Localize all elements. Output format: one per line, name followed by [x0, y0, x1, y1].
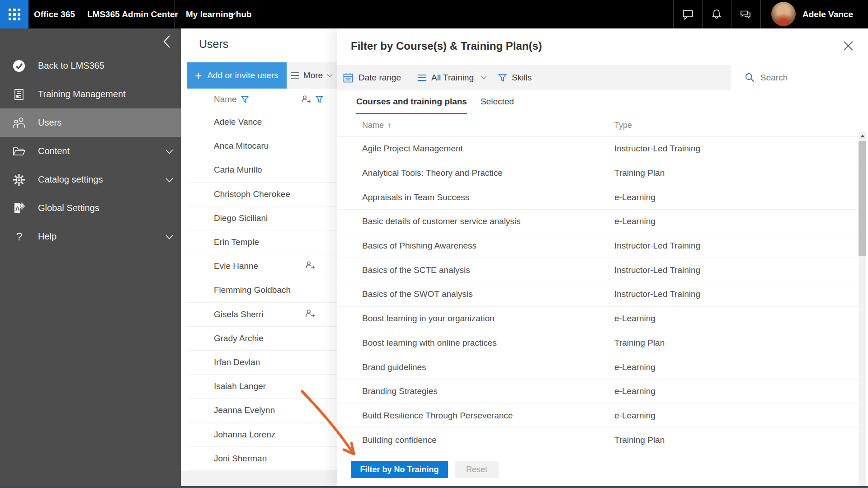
bell-icon[interactable] — [702, 0, 731, 28]
tab-selected[interactable]: Selected — [481, 90, 514, 114]
sidebar-collapse-button[interactable] — [159, 33, 174, 50]
filter-icon[interactable] — [241, 96, 249, 103]
user-name: Irfan Devlan — [214, 357, 260, 367]
name-column-header[interactable]: Name ↑ — [362, 121, 392, 130]
user-row[interactable]: Erin Temple — [187, 230, 337, 254]
scrollbar-thumb[interactable] — [859, 141, 866, 256]
app-title[interactable]: LMS365 Admin Center — [87, 0, 178, 28]
sidebar-item-label: Help — [38, 231, 57, 242]
user-name: Johanna Lorenz — [214, 430, 275, 440]
course-row[interactable]: Analytical Tools: Theory and Practice Tr… — [337, 161, 859, 186]
sidebar-item-back-to-lms365[interactable]: Back to LMS365 — [0, 52, 181, 80]
user-name: Erin Temple — [214, 237, 259, 247]
name-column-header[interactable]: Name — [214, 94, 237, 104]
user-row[interactable]: Adele Vance — [187, 110, 337, 134]
search-input[interactable] — [760, 73, 860, 83]
user-row[interactable]: Irfan Devlan — [187, 351, 337, 375]
add-or-invite-users-button[interactable]: + Add or invite users — [187, 62, 287, 89]
chevron-down-icon[interactable] — [165, 174, 173, 185]
chevron-down-icon — [327, 74, 333, 78]
sort-ascending-icon: ↑ — [387, 121, 392, 130]
course-type: Training Plan — [614, 168, 665, 178]
user-name[interactable]: Adele Vance — [802, 0, 853, 28]
course-name: Basics of the SWOT analysis — [362, 289, 473, 299]
brand-office365[interactable]: Office 365 — [34, 0, 75, 28]
sidebar-item-global-settings[interactable]: A Global Settings — [0, 194, 181, 222]
user-row[interactable]: Johanna Lorenz — [187, 422, 337, 446]
course-row[interactable]: Agile Project Management Instructor-Led … — [337, 137, 859, 161]
user-row[interactable]: Isaiah Langer — [187, 375, 337, 399]
sidebar-item-help[interactable]: ? Help — [0, 222, 181, 251]
close-button[interactable] — [842, 39, 854, 52]
chevron-down-icon[interactable] — [165, 231, 173, 242]
sidebar-item-catalog-settings[interactable]: Catalog settings — [0, 165, 181, 194]
chat-icon[interactable] — [673, 0, 702, 28]
chevron-down-icon — [481, 75, 487, 80]
skills-filter-button[interactable]: Skills — [498, 73, 532, 83]
courses-table: Name ↑ Type Agile Project Management Ins… — [337, 114, 859, 452]
app-launcher-button[interactable] — [0, 0, 28, 28]
filter-icon[interactable] — [316, 96, 323, 103]
type-column-header[interactable]: Type — [614, 121, 632, 130]
sidebar-item-label: Global Settings — [38, 203, 99, 213]
plus-icon: + — [195, 70, 202, 81]
tab-courses-and-training-plans[interactable]: Courses and training plans — [356, 90, 467, 114]
course-type: e-Learning — [614, 314, 656, 324]
chevron-down-icon[interactable] — [165, 146, 173, 156]
date-range-button[interactable]: Date range — [343, 72, 401, 83]
person-arrow-icon[interactable] — [305, 261, 315, 271]
user-avatar[interactable] — [771, 2, 796, 26]
course-name: Agile Project Management — [362, 144, 463, 154]
topbar-divider — [78, 0, 78, 28]
course-row[interactable]: Boost learning with online practices Tra… — [337, 331, 859, 356]
user-row[interactable]: Diego Siciliani — [187, 206, 337, 230]
user-name: Jeanna Evelynn — [214, 405, 275, 415]
sidebar-item-content[interactable]: Content — [0, 137, 181, 165]
vertical-scrollbar[interactable] — [859, 132, 866, 486]
course-row[interactable]: Brand guidelines e-Learning — [337, 355, 859, 380]
sidebar-item-training-management[interactable]: Training Management — [0, 80, 181, 108]
course-row[interactable]: Appraisals in Team Success e-Learning — [337, 185, 859, 210]
reset-button[interactable]: Reset — [455, 461, 499, 478]
course-row[interactable]: Basics of the SWOT analysis Instructor-L… — [337, 282, 859, 307]
course-type: Instructor-Led Training — [614, 144, 700, 154]
course-name: Basic details of customer service analys… — [362, 216, 521, 226]
course-type: Training Plan — [614, 338, 665, 348]
user-row[interactable]: Jeanna Evelynn — [187, 399, 337, 422]
user-row[interactable]: Grady Archie — [187, 327, 337, 351]
training-management-icon — [11, 88, 27, 101]
course-type: e-Learning — [614, 216, 656, 226]
filter-icon — [498, 74, 507, 82]
chevron-down-icon[interactable] — [229, 0, 236, 28]
user-row[interactable]: Carla Murillo — [187, 158, 337, 182]
sidebar-item-users[interactable]: Users — [0, 108, 181, 137]
user-row[interactable]: Anca Mitocaru — [187, 134, 337, 158]
filter-by-no-training-button[interactable]: Filter by No Training — [351, 461, 448, 478]
feedback-icon[interactable] — [731, 0, 760, 28]
admin-sidebar: Back to LMS365 Training Management Users… — [0, 28, 181, 486]
person-arrow-icon[interactable] — [301, 95, 311, 103]
list-background — [181, 471, 337, 486]
svg-text:?: ? — [16, 230, 22, 243]
scroll-up-arrow-icon[interactable] — [860, 135, 865, 137]
course-row[interactable]: Build Resilience Through Perseverance e-… — [337, 404, 859, 428]
course-row[interactable]: Boost learning in your organization e-Le… — [337, 307, 859, 331]
course-row[interactable]: Basics of Phishing Awareness Instructor-… — [337, 234, 859, 258]
user-row[interactable]: Flemming Goldbach — [187, 278, 337, 302]
course-row[interactable]: Basic details of customer service analys… — [337, 210, 859, 234]
user-row[interactable]: Joni Sherman — [187, 447, 337, 471]
course-row[interactable]: Basics of the SCTE analysis Instructor-L… — [337, 258, 859, 282]
user-name: Flemming Goldbach — [214, 285, 291, 295]
hub-menu[interactable]: My learning hub — [186, 0, 252, 28]
course-row[interactable]: Branding Strategies e-Learning — [337, 380, 859, 404]
user-row[interactable]: Evie Hanne — [187, 254, 337, 278]
global-settings-icon: A — [11, 202, 27, 215]
person-arrow-icon[interactable] — [305, 310, 315, 319]
course-type: e-Learning — [614, 192, 656, 202]
course-row[interactable]: Building confidence Training Plan — [337, 428, 859, 452]
user-row[interactable]: Christoph Cherokee — [187, 183, 337, 206]
user-row[interactable]: Gisela Sherri — [187, 303, 337, 327]
more-button[interactable]: More — [287, 62, 337, 89]
training-type-dropdown[interactable]: All Training — [418, 73, 487, 83]
user-name: Gisela Sherri — [214, 310, 264, 319]
